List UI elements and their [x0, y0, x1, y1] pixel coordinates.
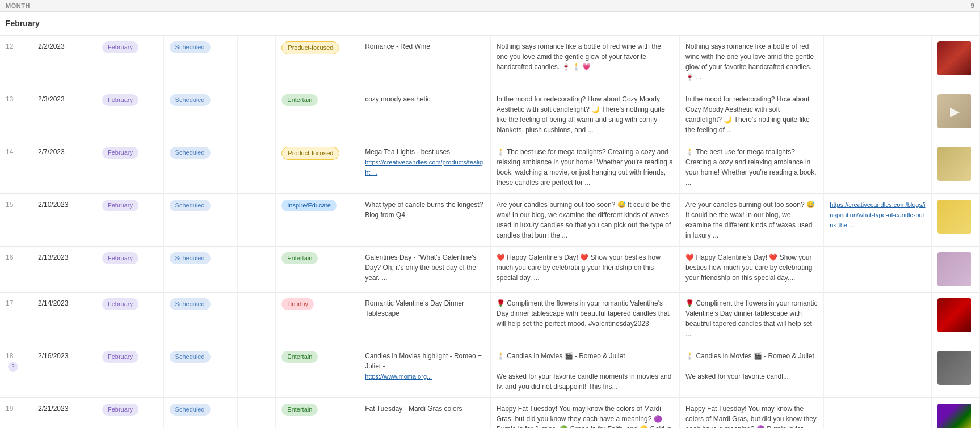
row-link [824, 345, 932, 398]
row-caption-title: Fat Tuesday - Mardi Gras colors [359, 398, 491, 429]
row-date: 2/21/2023 [32, 398, 96, 429]
row-post-text: ❤️ Happy Galentine's Day! ❤️ Show your b… [490, 247, 679, 293]
row-thumbnail [932, 398, 980, 429]
content-table-container: MONTH 9 February [0, 0, 980, 428]
row-post-text: In the mood for redecorating? How about … [490, 88, 679, 141]
row-type: Product-focused [276, 36, 359, 88]
row-caption-title: Romantic Valentine's Day Dinner Tablesca… [359, 293, 491, 345]
table-row: 13 2/3/2023 February Scheduled Entertain… [0, 88, 980, 141]
row-post-text: Are your candles burning out too soon? 😅… [490, 194, 679, 247]
row-blank [237, 345, 276, 398]
month-group-label: February [6, 19, 40, 28]
row-alt-text: 🕯️ The best use for mega tealights? Crea… [680, 141, 824, 194]
row-number: 18 2 [0, 345, 32, 398]
table-row: 17 2/14/2023 February Scheduled Holiday … [0, 293, 980, 345]
row-thumbnail: ▶ [932, 88, 980, 141]
row-status: Scheduled [163, 141, 237, 194]
row-status: Scheduled [163, 36, 237, 88]
table-row: 18 2 2/16/2023 February Scheduled Entert… [0, 345, 980, 398]
month-header-bar: MONTH 9 [0, 0, 980, 12]
row-blank [237, 194, 276, 247]
row-alt-text: Are your candles burning out too soon? 😅… [680, 194, 824, 247]
month-group-cell: February [0, 12, 96, 36]
row-badge-count: 2 [8, 362, 18, 372]
row-thumbnail [932, 194, 980, 247]
row-blank [237, 247, 276, 293]
row-link [824, 141, 932, 194]
row-type: Holiday [276, 293, 359, 345]
row-link [824, 88, 932, 141]
row-blank [237, 36, 276, 88]
row-caption-title: Galentines Day - "What's Galentine's Day… [359, 247, 491, 293]
row-alt-text: 🌹 Compliment the flowers in your romanti… [680, 293, 824, 345]
row-number: 16 [0, 247, 32, 293]
row-caption-title: Candles in Movies highlight - Romeo + Ju… [359, 345, 491, 398]
row-type: Inspire/Educate [276, 194, 359, 247]
row-date: 2/14/2023 [32, 293, 96, 345]
row-alt-text: Nothing says romance like a bottle of re… [680, 36, 824, 88]
row-link[interactable]: https://creativecandles.com/blogs/inspir… [824, 194, 932, 247]
table-row: 12 2/2/2023 February Scheduled Product-f… [0, 36, 980, 88]
row-month: February [96, 398, 163, 429]
row-thumbnail [932, 141, 980, 194]
caption-link[interactable]: https://creativecandles.com/products/tea… [365, 159, 483, 176]
row-date: 2/3/2023 [32, 88, 96, 141]
row-number: 15 [0, 194, 32, 247]
row-link [824, 293, 932, 345]
row-month: February [96, 141, 163, 194]
table-row: 19 2/21/2023 February Scheduled Entertai… [0, 398, 980, 429]
row-type: Entertain [276, 398, 359, 429]
row-post-text: Happy Fat Tuesday! You may know the colo… [490, 398, 679, 429]
row-status: Scheduled [163, 88, 237, 141]
row-date: 2/10/2023 [32, 194, 96, 247]
row-post-text: 🌹 Compliment the flowers in your romanti… [490, 293, 679, 345]
table-row: 15 2/10/2023 February Scheduled Inspire/… [0, 194, 980, 247]
row-caption-title: cozy moody aesthetic [359, 88, 491, 141]
caption-link[interactable]: https://www.moma.org... [365, 373, 432, 380]
month-group-row: February [0, 12, 980, 36]
row-caption-title: Romance - Red Wine [359, 36, 491, 88]
row-month: February [96, 88, 163, 141]
row-link [824, 398, 932, 429]
row-blank [237, 141, 276, 194]
row-alt-text: ❤️ Happy Galentine's Day! ❤️ Show your b… [680, 247, 824, 293]
row-date: 2/13/2023 [32, 247, 96, 293]
row-number: 17 [0, 293, 32, 345]
row-status: Scheduled [163, 247, 237, 293]
table-row: 14 2/7/2023 February Scheduled Product-f… [0, 141, 980, 194]
row-number: 14 [0, 141, 32, 194]
main-table: February 12 2/2/2023 February Scheduled [0, 12, 980, 428]
play-icon: ▶ [950, 102, 960, 121]
row-number: 19 [0, 398, 32, 429]
row-post-text: 🕯️ Candles in Movies 🎬 - Romeo & JulietW… [490, 345, 679, 398]
row-date: 2/2/2023 [32, 36, 96, 88]
row-number: 12 [0, 36, 32, 88]
row-caption-title: Mega Tea Lights - best uses https://crea… [359, 141, 491, 194]
row-blank [237, 293, 276, 345]
month-count-badge: 9 [971, 2, 974, 9]
row-status: Scheduled [163, 345, 237, 398]
row-link [824, 36, 932, 88]
row-number: 13 [0, 88, 32, 141]
row-type: Entertain [276, 88, 359, 141]
row-thumbnail [932, 345, 980, 398]
row-caption-title: What type of candle burns the longest? B… [359, 194, 491, 247]
blog-link[interactable]: https://creativecandles.com/blogs/inspir… [830, 201, 925, 228]
row-month: February [96, 247, 163, 293]
row-blank [237, 88, 276, 141]
row-blank [237, 398, 276, 429]
row-month: February [96, 36, 163, 88]
row-month: February [96, 194, 163, 247]
row-alt-text: 🕯️ Candles in Movies 🎬 - Romeo & JulietW… [680, 345, 824, 398]
row-type: Product-focused [276, 141, 359, 194]
row-post-text: Nothing says romance like a bottle of re… [490, 36, 679, 88]
row-status: Scheduled [163, 293, 237, 345]
row-type: Entertain [276, 345, 359, 398]
row-date: 2/16/2023 [32, 345, 96, 398]
row-month: February [96, 345, 163, 398]
row-date: 2/7/2023 [32, 141, 96, 194]
row-thumbnail [932, 247, 980, 293]
row-thumbnail [932, 293, 980, 345]
row-status: Scheduled [163, 398, 237, 429]
row-type: Entertain [276, 247, 359, 293]
